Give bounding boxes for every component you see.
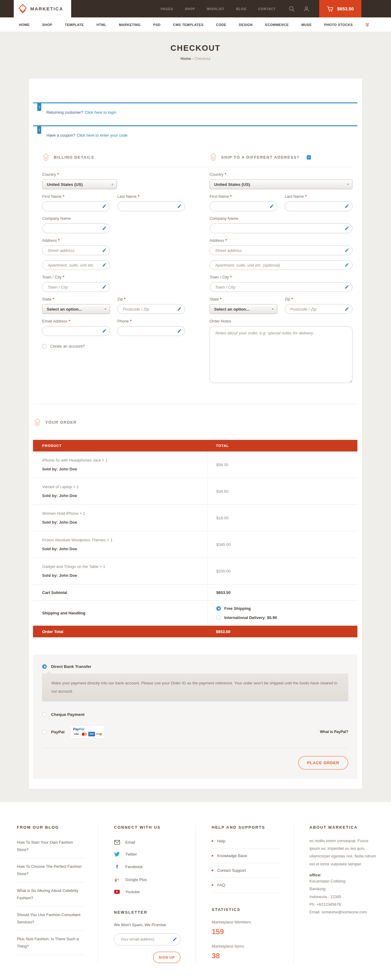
blog-link[interactable]: How To Choose The Perfect Fashion Store? [17,858,85,883]
nav-shop[interactable]: SHOP [185,7,195,11]
chevron-down-icon: ▾ [272,307,273,310]
shipping-form: Country* United States (US) ▾ First Name… [210,167,353,384]
subnav-marketing[interactable]: MARKETING [119,23,140,27]
subnav-photo-stocks[interactable]: PHOTO STOCKS [324,23,353,27]
blog-link[interactable]: Should You Use Fashion Consultant Servic… [17,907,85,931]
nav-contact[interactable]: CONTACT [258,7,276,11]
login-link[interactable]: Click here to login [84,110,116,115]
subnav-design[interactable]: DESIGN [239,23,253,27]
subnav-cms-templates[interactable]: CMS TEMPLATES [173,23,203,27]
ship-different-address-checkbox[interactable]: ✓ [307,155,311,159]
billing-zip-input[interactable] [117,304,185,314]
shipping-first-name-input[interactable] [210,202,277,211]
chevron-down-icon: ▾ [105,307,106,310]
page-title-band: CHECKOUT Home › Checkout [0,32,391,78]
shipping-last-name-input[interactable] [285,202,353,211]
chevron-down-icon: ▾ [111,183,113,186]
place-order-button[interactable]: PLACE ORDER [298,756,348,770]
order-notes-textarea[interactable] [210,326,353,383]
social-link-google-plus[interactable]: g+ Google Plus [114,873,183,886]
shipping-row: Shipping and Handling Free Shipping Inte… [33,601,358,626]
create-account-checkbox[interactable] [42,344,46,348]
order-table-header: PRODUCT TOTAL [33,440,358,452]
shipping-town-input[interactable] [210,282,353,292]
international-delivery-radio[interactable] [216,615,221,620]
social-link-twitter[interactable]: Twitter [114,848,183,860]
social-link-youtube[interactable]: Youtube [114,886,183,898]
order-total-row: Order Total $653.50 [33,626,358,637]
order-total-value: $653.50 [207,629,230,634]
billing-address1-input[interactable] [42,245,110,255]
shipping-zip-input[interactable] [285,304,353,314]
cart-button[interactable]: $653.50 [319,0,361,18]
shipping-address1-input[interactable] [210,245,353,255]
more-categories-chevron-icon[interactable] [366,22,369,27]
shipping-country-select[interactable]: United States (US) ▾ [210,180,353,189]
brand-logo[interactable]: MARKETICA [14,0,71,18]
facebook-icon: f [114,864,120,870]
direct-bank-transfer-radio[interactable] [42,664,47,669]
signup-button[interactable]: SIGN UP [153,951,181,963]
youtube-icon [114,890,120,894]
what-is-paypal-link[interactable]: What is PayPal? [320,730,348,734]
billing-state-select[interactable]: Select an option... ▾ [42,304,110,314]
social-link-email[interactable]: Email [114,836,183,848]
amex-card-icon: AMEX [88,732,95,737]
cheque-payment-radio[interactable] [42,712,47,717]
subnav-home[interactable]: HOME [19,23,30,27]
pen-icon [102,226,106,231]
coupon-notice: i Have a coupon? Click here to enter you… [33,125,358,143]
tag-icon [19,4,27,13]
subnav-code[interactable]: CODE [216,23,226,27]
breadcrumb-home-link[interactable]: Home [181,57,191,61]
shipping-address2-input[interactable] [210,260,353,270]
pen-icon [102,329,106,333]
nav-wishlist[interactable]: WISHLIST [207,7,224,11]
pen-icon [345,248,349,253]
subnav-html[interactable]: HTML [97,23,106,27]
shipping-company-input[interactable] [210,223,353,233]
free-shipping-radio[interactable] [216,606,221,611]
subnav-muse[interactable]: MUSE [301,23,312,27]
stat-members-count: 159 [212,928,280,936]
billing-email-input[interactable] [42,326,110,336]
paypal-radio[interactable] [42,730,47,734]
blog-link[interactable]: What is So Alluring About Celebrity Fash… [17,883,85,907]
your-order-section: YOUR ORDER PRODUCT TOTAL iPhone 5s with … [33,404,358,637]
help-link[interactable]: Contact Support [212,863,280,878]
shipping-state-select[interactable]: Select an option... ▾ [210,304,277,314]
blog-link[interactable]: Plus Size Fashion: Is There Such a Thing… [17,931,85,955]
coupon-link[interactable]: Click here to enter your code [77,133,127,138]
billing-town-input[interactable] [42,282,110,292]
layers-icon [33,418,41,426]
help-link[interactable]: Knowladge Base [212,848,280,863]
pen-icon [102,204,106,208]
help-link[interactable]: FAQ [212,878,280,892]
social-link-facebook[interactable]: f Facebook [114,860,183,873]
cart-total: $653.50 [337,6,354,11]
search-icon[interactable] [289,6,295,12]
billing-company-input[interactable] [42,223,110,233]
user-icon[interactable] [304,6,310,12]
mastercard-icon [81,732,87,737]
blog-link[interactable]: How To Start Your Own Fashion Store? [17,834,85,858]
billing-address2-input[interactable] [42,260,110,270]
footer-about-column: ABOUT MARKETICA ec mollis lorem consequa… [293,825,391,963]
paypal-cards-image: PayPal VISA AMEX DISCOVER [71,725,105,738]
subnav-ecommerce[interactable]: ECOMMERCE [265,23,289,27]
help-link[interactable]: Help [212,834,280,848]
billing-phone-input[interactable] [117,326,185,336]
newsletter-email-input[interactable] [114,933,181,945]
stat-items-count: 38 [212,951,280,960]
pen-icon [102,248,106,253]
subnav-psd[interactable]: PSD [153,23,161,27]
subnav-template[interactable]: TEMPLATE [65,23,84,27]
subnav-shop[interactable]: SHOP [42,23,52,27]
pen-icon [102,262,106,267]
billing-last-name-input[interactable] [117,202,185,211]
pen-icon [345,226,349,231]
nav-pages[interactable]: PAGES [161,7,173,11]
billing-first-name-input[interactable] [42,202,110,211]
nav-blog[interactable]: BLOG [236,7,246,11]
billing-country-select[interactable]: United States (US) ▾ [42,180,117,189]
